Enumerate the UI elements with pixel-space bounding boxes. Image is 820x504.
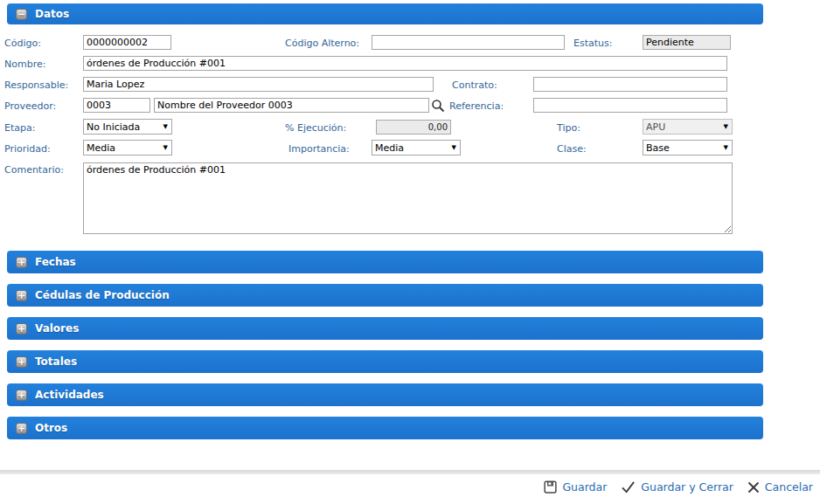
save-and-close-button[interactable]: Guardar y Cerrar [621, 480, 733, 494]
search-icon [431, 99, 445, 113]
etapa-label: Etapa: [4, 122, 35, 134]
expand-icon[interactable]: + [16, 290, 27, 301]
responsable-input[interactable] [83, 77, 434, 92]
section-title-fechas: Fechas [35, 256, 76, 268]
ejecucion-field [376, 120, 451, 135]
proveedor-lookup-button[interactable] [431, 99, 445, 113]
section-title-datos: Datos [35, 8, 69, 20]
ejecucion-label: % Ejecución: [285, 122, 346, 134]
close-x-icon [747, 481, 760, 494]
clase-label: Clase: [557, 143, 587, 155]
cancel-button-label: Cancelar [765, 480, 813, 494]
importancia-select[interactable]: Media [372, 140, 461, 155]
section-header-datos[interactable]: − Datos [7, 3, 763, 24]
expand-icon[interactable]: + [16, 257, 27, 268]
codigo-label: Código: [4, 38, 41, 49]
etapa-select[interactable]: No Iniciada [83, 119, 172, 135]
codigo-input[interactable] [83, 35, 171, 50]
contrato-input[interactable] [533, 77, 727, 92]
contrato-label: Contrato: [452, 79, 497, 91]
collapse-icon[interactable]: − [16, 9, 27, 20]
order-edit-page: − Datos Código: Código Alterno: Estatus:… [0, 0, 820, 504]
save-and-close-button-label: Guardar y Cerrar [641, 480, 733, 494]
expand-icon[interactable]: + [16, 390, 27, 401]
section-header-actividades[interactable]: + Actividades [7, 383, 763, 406]
estatus-field [643, 35, 731, 50]
proveedor-name-input[interactable] [154, 98, 429, 113]
section-header-valores[interactable]: + Valores [7, 317, 763, 340]
section-title-totales: Totales [35, 356, 77, 368]
prioridad-select[interactable]: Media [83, 140, 172, 155]
importancia-label: Importancia: [288, 143, 350, 155]
nombre-label: Nombre: [4, 59, 45, 70]
footer-toolbar: Guardar Guardar y Cerrar Cancelar [544, 480, 813, 494]
nombre-input[interactable] [83, 56, 727, 71]
clase-select[interactable]: Base [643, 140, 733, 155]
footer-divider [0, 470, 820, 474]
section-header-fechas[interactable]: + Fechas [7, 251, 763, 273]
expand-icon[interactable]: + [16, 323, 27, 335]
tipo-select: APU [643, 119, 733, 135]
tipo-label: Tipo: [557, 122, 580, 134]
referencia-label: Referencia: [449, 100, 504, 112]
proveedor-label: Proveedor: [4, 100, 56, 112]
section-header-totales[interactable]: + Totales [7, 350, 763, 373]
responsable-label: Responsable: [4, 79, 68, 91]
section-title-cedulas-de-produccion: Cédulas de Producción [35, 289, 170, 301]
comentario-label: Comentario: [4, 164, 64, 176]
section-title-valores: Valores [35, 322, 79, 335]
cancel-button[interactable]: Cancelar [747, 480, 813, 494]
section-title-otros: Otros [35, 422, 67, 434]
expand-icon[interactable]: + [16, 423, 27, 434]
save-floppy-icon [544, 480, 557, 494]
expand-icon[interactable]: + [16, 356, 27, 368]
save-button-label: Guardar [562, 480, 607, 494]
proveedor-code-input[interactable] [83, 98, 150, 113]
save-button[interactable]: Guardar [544, 480, 607, 494]
prioridad-label: Prioridad: [4, 143, 51, 155]
codigo-alterno-input[interactable] [372, 35, 565, 50]
section-header-cedulas-de-produccion[interactable]: + Cédulas de Producción [7, 284, 763, 307]
codigo-alterno-label: Código Alterno: [285, 38, 359, 49]
checkmark-icon [621, 480, 636, 494]
section-header-otros[interactable]: + Otros [7, 417, 763, 439]
estatus-label: Estatus: [573, 38, 612, 49]
comentario-textarea[interactable]: órdenes de Producción #001 [83, 162, 733, 234]
section-title-actividades: Actividades [35, 389, 104, 401]
referencia-input[interactable] [533, 98, 727, 113]
